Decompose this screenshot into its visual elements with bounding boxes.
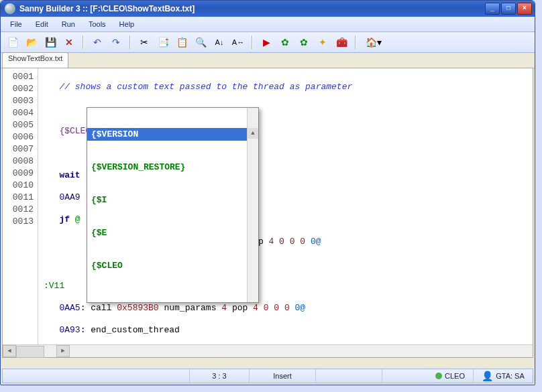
menu-edit[interactable]: Edit — [29, 18, 55, 30]
autocomplete-popup[interactable]: {$VERSION {$VERSION_RESTORE} {$I {$E {$C… — [87, 107, 259, 303]
status-plugin[interactable]: CLEO — [427, 369, 474, 383]
compile-icon: ▶ — [263, 38, 270, 47]
tab-strip: ShowTextBox.txt — [1, 53, 535, 68]
status-bar: 3 : 3 Insert CLEO 👤GTA: SA — [2, 369, 533, 383]
autocomplete-item[interactable]: {$CLEO — [87, 259, 258, 272]
toolbar: 📄 📂 💾 ✕ ↶ ↷ ✂ 📑 📋 🔍 A↓ A↔ ▶ ✿ ✿ ✦ 🧰 🏠▾ — [1, 32, 535, 53]
scroll-up-icon[interactable]: ▲ — [248, 128, 258, 139]
undo-icon: ↶ — [93, 38, 101, 47]
status-insert-mode: Insert — [250, 369, 316, 383]
cut-icon: ✂ — [140, 38, 148, 47]
replace-button[interactable]: A↔ — [230, 34, 246, 50]
open-file-icon: 📂 — [26, 38, 38, 47]
scroll-left-icon[interactable]: ◄ — [3, 345, 16, 357]
new-file-button[interactable]: 📄 — [5, 34, 21, 50]
run-step-button[interactable]: ✿ — [296, 34, 312, 50]
cut-button[interactable]: ✂ — [136, 34, 152, 50]
undo-button[interactable]: ↶ — [89, 34, 105, 50]
menu-help[interactable]: Help — [113, 18, 142, 30]
close-file-button[interactable]: ✕ — [61, 34, 77, 50]
menu-bar: File Edit Run Tools Help — [1, 17, 535, 32]
menu-file[interactable]: File — [3, 18, 29, 30]
copy-icon: 📑 — [158, 38, 169, 47]
code-area[interactable]: // shows a custom text passed to the thr… — [38, 68, 533, 344]
menu-tools[interactable]: Tools — [82, 18, 113, 30]
close-file-icon: ✕ — [65, 38, 73, 47]
editor: 0001 0002 0003 0004 0005 0006 0007 0008 … — [2, 68, 533, 358]
options-dropdown-icon: 🏠▾ — [366, 38, 382, 47]
tab-showtextbox[interactable]: ShowTextBox.txt — [2, 52, 68, 68]
autocomplete-item[interactable]: {$E — [87, 226, 258, 239]
paste-icon: 📋 — [176, 38, 188, 47]
autocomplete-scrollbar[interactable]: ▲ — [247, 108, 258, 302]
maximize-button[interactable]: □ — [501, 3, 516, 15]
window-title: Sanny Builder 3 :: [F:\CLEO\ShowTextBox.… — [19, 4, 485, 13]
redo-button[interactable]: ↷ — [108, 34, 124, 50]
status-cursor-pos: 3 : 3 — [190, 369, 250, 383]
find-button[interactable]: 🔍 — [193, 34, 209, 50]
run-green-icon: ✿ — [281, 38, 289, 47]
highlight-button[interactable]: ✦ — [315, 34, 331, 50]
redo-icon: ↷ — [112, 38, 120, 47]
debug-button[interactable]: 🧰 — [333, 34, 349, 50]
scroll-right-icon[interactable]: ► — [56, 345, 70, 357]
minimize-button[interactable]: _ — [485, 3, 500, 15]
horizontal-scrollbar[interactable]: ◄ ► — [3, 344, 533, 357]
save-file-button[interactable]: 💾 — [42, 34, 58, 50]
run-button[interactable]: ✿ — [277, 34, 293, 50]
app-window: Sanny Builder 3 :: [F:\CLEO\ShowTextBox.… — [0, 0, 535, 385]
find-icon: 🔍 — [195, 38, 207, 47]
toolbar-separator — [355, 36, 356, 49]
autocomplete-item[interactable]: {$I — [87, 194, 258, 206]
find-next-icon: A↓ — [215, 39, 224, 46]
toolbar-separator — [129, 36, 131, 49]
open-file-button[interactable]: 📂 — [23, 34, 40, 50]
game-icon: 👤 — [482, 371, 493, 381]
new-file-icon: 📄 — [7, 38, 19, 47]
title-bar[interactable]: Sanny Builder 3 :: [F:\CLEO\ShowTextBox.… — [1, 1, 535, 17]
toolbar-separator — [83, 36, 84, 49]
autocomplete-item[interactable]: {$VERSION — [87, 128, 258, 141]
highlight-icon: ✦ — [319, 38, 327, 47]
autocomplete-item[interactable]: {$VERSION_RESTORE} — [87, 161, 258, 174]
app-icon — [5, 3, 15, 14]
run-step-icon: ✿ — [300, 38, 308, 47]
toolbar-separator — [252, 36, 253, 49]
save-file-icon: 💾 — [45, 38, 56, 47]
options-dropdown-button[interactable]: 🏠▾ — [362, 34, 386, 50]
paste-button[interactable]: 📋 — [174, 34, 190, 50]
replace-icon: A↔ — [232, 39, 244, 46]
status-cell-blank — [316, 369, 382, 383]
scroll-thumb[interactable] — [16, 346, 44, 358]
status-game[interactable]: 👤GTA: SA — [474, 369, 533, 383]
line-gutter: 0001 0002 0003 0004 0005 0006 0007 0008 … — [3, 68, 38, 344]
debug-icon: 🧰 — [336, 38, 347, 47]
find-next-button[interactable]: A↓ — [211, 34, 227, 50]
close-button[interactable]: × — [517, 3, 532, 15]
compile-button[interactable]: ▶ — [258, 34, 274, 50]
status-empty-left — [3, 369, 190, 383]
copy-button[interactable]: 📑 — [155, 34, 171, 50]
menu-run[interactable]: Run — [55, 18, 82, 30]
cleo-dot-icon — [435, 373, 442, 379]
